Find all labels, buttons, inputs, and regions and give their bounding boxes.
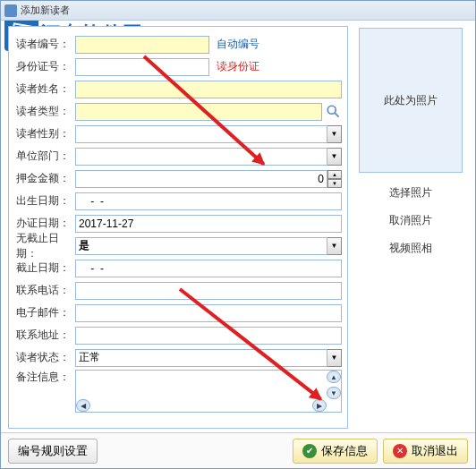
label-reader-no: 读者编号： (14, 37, 75, 52)
noexpire-select[interactable] (75, 237, 327, 255)
type-select[interactable] (75, 103, 322, 121)
idcard-input[interactable] (75, 58, 209, 76)
svg-line-1 (335, 113, 339, 117)
photo-panel: 此处为照片 选择照片 取消照片 视频照相 (353, 26, 468, 429)
birth-input[interactable] (75, 192, 342, 210)
deposit-input[interactable] (75, 170, 327, 188)
dept-select[interactable] (75, 148, 327, 166)
scroll-left-icon[interactable]: ◀ (76, 399, 90, 412)
label-expire: 截止日期： (14, 260, 75, 276)
label-deposit: 押金金额： (14, 171, 75, 186)
scroll-up-icon[interactable]: ▲ (327, 371, 341, 383)
app-icon (4, 4, 17, 17)
deposit-up-icon[interactable]: ▲ (327, 170, 342, 179)
email-input[interactable] (75, 304, 342, 322)
gender-select[interactable] (75, 125, 327, 143)
status-dropdown-icon[interactable]: ▼ (327, 349, 342, 367)
titlebar: 添加新读者 (1, 1, 475, 21)
save-button[interactable]: 保存信息 (293, 439, 378, 464)
label-remark: 备注信息： (14, 370, 75, 385)
regdate-input[interactable] (75, 215, 342, 233)
label-status: 读者状态： (14, 350, 75, 365)
addr-input[interactable] (75, 327, 342, 345)
label-noexpire: 无截止日期： (14, 231, 75, 261)
dept-dropdown-icon[interactable]: ▼ (327, 148, 342, 166)
noexpire-dropdown-icon[interactable]: ▼ (327, 237, 342, 255)
scroll-right-icon[interactable]: ▶ (312, 399, 327, 412)
label-birth: 出生日期： (14, 193, 75, 209)
label-gender: 读者性别： (14, 126, 75, 141)
auto-number-link[interactable]: 自动编号 (217, 37, 259, 52)
scroll-down-icon[interactable]: ▼ (327, 387, 341, 399)
reader-no-input[interactable] (75, 36, 209, 54)
label-regdate: 办证日期： (14, 216, 75, 231)
svg-point-0 (327, 106, 336, 114)
close-icon (393, 444, 407, 458)
name-input[interactable] (75, 81, 342, 98)
phone-input[interactable] (75, 282, 342, 300)
search-icon[interactable] (326, 104, 342, 120)
video-photo-link[interactable]: 视频照相 (389, 241, 432, 256)
form-panel: 读者编号： 自动编号 身份证号： 读身份证 读者姓名： 读者类型： (8, 26, 348, 429)
deposit-down-icon[interactable]: ▼ (327, 179, 342, 188)
cancel-button[interactable]: 取消退出 (383, 439, 468, 464)
label-idcard: 身份证号： (14, 59, 75, 74)
label-dept: 单位部门： (14, 149, 75, 164)
check-icon (302, 444, 317, 458)
number-rule-button[interactable]: 编号规则设置 (8, 439, 98, 464)
cancel-photo-link[interactable]: 取消照片 (389, 213, 432, 228)
label-phone: 联系电话： (14, 283, 75, 298)
label-email: 电子邮件： (14, 305, 75, 320)
label-addr: 联系地址： (14, 328, 75, 343)
photo-placeholder[interactable]: 此处为照片 (359, 28, 463, 173)
dialog-window: 添加新读者 河东软件园 www.pc0359.cn 读者编号： 自动编号 身份证… (0, 0, 476, 469)
label-name: 读者姓名： (14, 81, 75, 97)
gender-dropdown-icon[interactable]: ▼ (327, 125, 342, 143)
footer: 编号规则设置 保存信息 取消退出 (1, 432, 475, 468)
select-photo-link[interactable]: 选择照片 (389, 185, 432, 200)
read-idcard-link[interactable]: 读身份证 (217, 59, 259, 74)
window-title: 添加新读者 (21, 4, 70, 17)
label-type: 读者类型： (14, 104, 75, 119)
expire-input[interactable] (75, 260, 342, 277)
status-select[interactable] (75, 349, 327, 367)
